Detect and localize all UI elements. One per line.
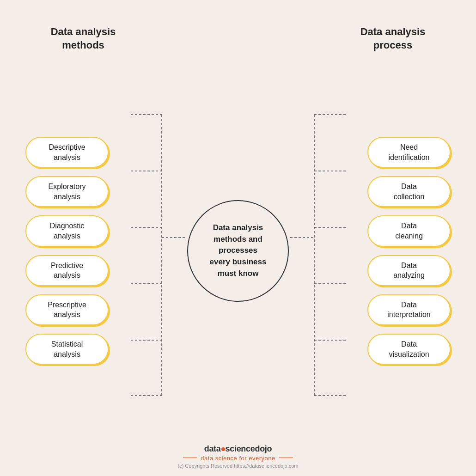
pill-data-visualization: Data visualization [367, 334, 451, 365]
right-column: Need identification Data collection Data… [367, 137, 451, 365]
logo-part1: data [204, 444, 221, 453]
copyright-text: (c) Copyrights Reserved https://datasc i… [177, 463, 298, 469]
left-column: Descriptive analysis Exploratory analysi… [25, 137, 109, 365]
tagline-text: data science for everyone [201, 455, 275, 462]
left-section-title: Data analysis methods [37, 25, 129, 52]
pill-data-interpretation: Data interpretation [367, 294, 451, 325]
tagline-dash-left [183, 458, 197, 458]
pill-statistical: Statistical analysis [25, 334, 109, 365]
headers: Data analysis methods Data analysis proc… [0, 0, 476, 52]
pill-need-id: Need identification [367, 137, 451, 168]
diagram-area: Descriptive analysis Exploratory analysi… [0, 61, 476, 440]
pill-diagnostic: Diagnostic analysis [25, 215, 109, 246]
center-area: Data analysis methods and processes ever… [187, 200, 289, 302]
tagline-dash-right [279, 458, 293, 458]
logo: datasciencedojo [177, 444, 298, 454]
footer: datasciencedojo data science for everyon… [177, 440, 298, 476]
right-section-title: Data analysis process [347, 25, 439, 52]
pill-predictive: Predictive analysis [25, 255, 109, 286]
pill-data-cleaning: Data cleaning [367, 215, 451, 246]
logo-part3: encedojo [237, 444, 272, 453]
center-circle: Data analysis methods and processes ever… [187, 200, 289, 302]
main-container: Data analysis methods Data analysis proc… [0, 0, 476, 476]
pill-descriptive: Descriptive analysis [25, 137, 109, 168]
center-text: Data analysis methods and processes ever… [210, 222, 267, 279]
pill-data-analyzing: Data analyzing [367, 255, 451, 286]
logo-part2: sci [226, 444, 237, 453]
pill-exploratory: Exploratory analysis [25, 176, 109, 207]
tagline-line: data science for everyone [177, 454, 298, 462]
pill-data-collection: Data collection [367, 176, 451, 207]
logo-dot-icon [221, 447, 225, 451]
pill-prescriptive: Prescriptive analysis [25, 294, 109, 325]
